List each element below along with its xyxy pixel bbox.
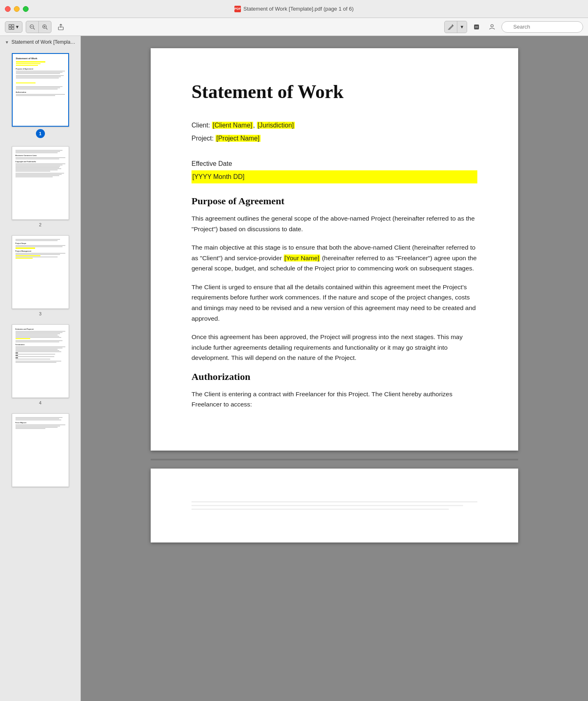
toolbar-right: ▾ 🔍 — [444, 21, 583, 33]
zoom-controls — [26, 21, 51, 33]
main-layout: ▼ Statement of Work [Template].... State… — [0, 36, 588, 701]
traffic-lights — [5, 6, 29, 12]
svg-rect-2 — [9, 27, 11, 29]
page-thumbnails: Statement of Work Purpose of Agreement — [0, 48, 80, 494]
purpose-para-1: This agreement outlines the general scop… — [192, 213, 477, 234]
svg-rect-0 — [9, 25, 11, 27]
effective-date-block: Effective Date [YYYY Month DD] — [192, 157, 477, 183]
section-title-purpose: Purpose of Agreement — [192, 196, 477, 207]
action-icon — [473, 24, 480, 30]
your-name-highlight: [Your Name] — [284, 255, 321, 261]
minimize-button[interactable] — [14, 6, 20, 12]
search-container: 🔍 — [501, 21, 583, 33]
project-name: [Project Name] — [216, 135, 261, 142]
search-input[interactable] — [501, 21, 583, 33]
page-separator — [151, 459, 518, 460]
client-label: Client: — [192, 122, 210, 129]
user-icon — [489, 24, 495, 30]
client-jurisdiction: [Jurisdiction] — [257, 122, 295, 129]
zoom-out-button[interactable] — [26, 21, 39, 33]
window-title: PDF Statement of Work [Template].pdf (pa… — [234, 6, 354, 12]
page-label-3: 3 — [39, 311, 41, 316]
purpose-para-4: Once this agreement has been approved, t… — [192, 332, 477, 363]
toolbar: ▾ — [0, 18, 588, 36]
svg-rect-3 — [12, 27, 14, 29]
annotate-controls: ▾ — [444, 21, 467, 33]
sidebar-document-title: Statement of Work [Template].... — [11, 39, 76, 45]
action-button[interactable] — [470, 21, 483, 33]
zoom-out-icon — [29, 24, 35, 30]
sidebar-chevron-icon: ▼ — [5, 40, 9, 45]
svg-line-8 — [46, 28, 48, 29]
pdf-file-icon: PDF — [234, 6, 241, 12]
project-line: Project: [Project Name] — [192, 132, 477, 145]
svg-rect-1 — [12, 25, 14, 27]
pdf-page-1: Statement of Work Client: [Client Name],… — [151, 48, 518, 451]
pdf-viewer: Statement of Work Client: [Client Name],… — [81, 36, 588, 701]
svg-point-15 — [475, 27, 476, 27]
document-title: Statement of Work — [192, 81, 477, 103]
client-line: Client: [Client Name], [Jurisdiction] — [192, 119, 477, 132]
zoom-in-button[interactable] — [39, 21, 51, 33]
pencil-icon — [448, 24, 454, 30]
view-button[interactable]: ▾ — [5, 21, 22, 33]
page-badge-1: 1 — [36, 129, 45, 138]
page-label-2: 2 — [39, 222, 41, 227]
user-icon-button[interactable] — [486, 21, 498, 33]
client-name: [Client Name] — [212, 122, 253, 129]
page-thumbnail-5[interactable]: Force Majeure — [12, 413, 69, 487]
page-thumb-item-5[interactable]: Force Majeure — [12, 413, 69, 489]
view-dropdown-arrow: ▾ — [16, 24, 19, 30]
svg-point-17 — [477, 27, 478, 27]
page-thumb-item-1[interactable]: Statement of Work Purpose of Agreement — [12, 53, 69, 138]
sidebar-document-item[interactable]: ▼ Statement of Work [Template].... — [0, 36, 80, 48]
project-label: Project: — [192, 135, 214, 142]
close-button[interactable] — [5, 6, 11, 12]
svg-line-5 — [33, 28, 35, 29]
page-thumb-item-4[interactable]: Estimates and Payment Termination — [12, 324, 69, 405]
zoom-in-icon — [42, 24, 48, 30]
share-icon — [58, 24, 64, 30]
annotate-dropdown-button[interactable]: ▾ — [457, 21, 467, 33]
share-button[interactable] — [55, 21, 67, 33]
annotate-button[interactable] — [445, 21, 457, 33]
page-thumbnail-4[interactable]: Estimates and Payment Termination — [12, 324, 69, 398]
svg-point-16 — [476, 27, 477, 27]
authorization-para-1: The Client is entering a contract with F… — [192, 389, 477, 410]
page-label-4: 4 — [39, 400, 41, 405]
svg-point-18 — [491, 25, 493, 27]
fullscreen-button[interactable] — [23, 6, 29, 12]
pdf-page-2-partial — [151, 469, 518, 542]
effective-date-label: Effective Date — [192, 157, 477, 170]
page-thumb-item-2[interactable]: Electronic Commerce Laws Copyright and T… — [12, 146, 69, 227]
effective-date-value: [YYYY Month DD] — [192, 170, 477, 183]
page-thumb-item-3[interactable]: Project Scope Project Management 3 — [12, 235, 69, 316]
document-meta: Client: [Client Name], [Jurisdiction] Pr… — [192, 119, 477, 145]
page-thumbnail-1[interactable]: Statement of Work Purpose of Agreement — [12, 53, 69, 127]
purpose-para-2: The main objective at this stage is to e… — [192, 242, 477, 274]
section-title-authorization: Authorization — [192, 371, 477, 382]
title-bar: PDF Statement of Work [Template].pdf (pa… — [0, 0, 588, 18]
comma: , — [253, 122, 255, 129]
purpose-para-3: The Client is urged to ensure that all t… — [192, 282, 477, 324]
sidebar: ▼ Statement of Work [Template].... State… — [0, 36, 81, 701]
view-icon — [9, 24, 14, 30]
page-thumbnail-3[interactable]: Project Scope Project Management — [12, 235, 69, 309]
page-thumbnail-2[interactable]: Electronic Commerce Laws Copyright and T… — [12, 146, 69, 220]
